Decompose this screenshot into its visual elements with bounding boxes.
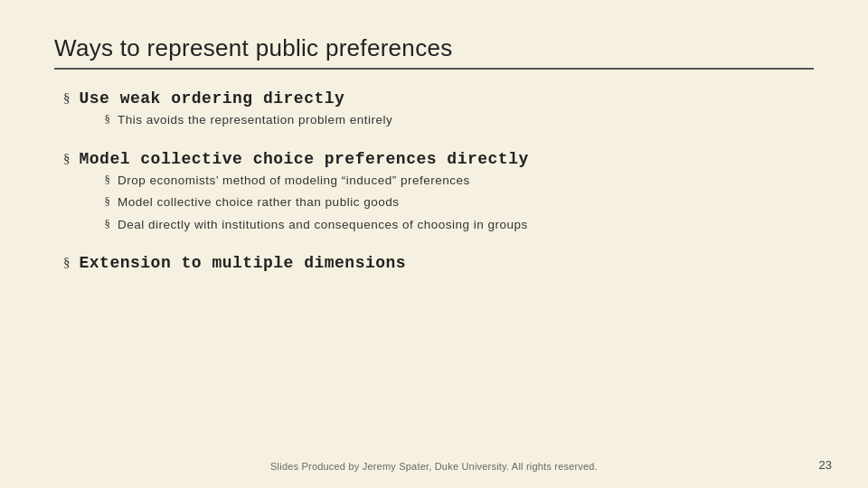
footer-text: Slides Produced by Jeremy Spater, Duke U… — [270, 461, 598, 472]
sub-bullet-marker-2-3: § — [105, 217, 111, 231]
bullet-3-text: Extension to multiple dimensions — [80, 254, 407, 272]
sub-bullet-2-1-text: Drop economists’ method of modeling “ind… — [118, 172, 470, 190]
sub-bullets-1: § This avoids the representation problem… — [80, 111, 393, 129]
bullet-marker-1: § — [63, 90, 71, 106]
content-area: § Use weak ordering directly § This avoi… — [54, 89, 814, 272]
footer: Slides Produced by Jeremy Spater, Duke U… — [0, 461, 868, 472]
bullet-1-content: Use weak ordering directly § This avoids… — [80, 89, 393, 134]
slide-title: Ways to represent public preferences — [54, 34, 814, 62]
title-divider — [54, 68, 814, 70]
page-number: 23 — [819, 458, 832, 472]
sub-bullet-2-2-text: Model collective choice rather than publ… — [118, 193, 399, 211]
bullet-3: § Extension to multiple dimensions — [63, 254, 814, 272]
bullet-marker-2: § — [63, 151, 71, 166]
bullet-2: § Model collective choice preferences di… — [63, 150, 814, 239]
sub-bullet-2-3-text: Deal directly with institutions and cons… — [118, 216, 528, 234]
bullet-marker-3: § — [63, 255, 71, 270]
sub-bullet-marker-2-1: § — [105, 173, 111, 187]
sub-bullet-marker-2-2: § — [105, 194, 111, 209]
sub-bullet-2-3: § Deal directly with institutions and co… — [105, 216, 529, 234]
sub-bullets-2: § Drop economists’ method of modeling “i… — [80, 172, 529, 234]
sub-bullet-2-2: § Model collective choice rather than pu… — [105, 193, 529, 211]
slide: Ways to represent public preferences § U… — [0, 0, 868, 488]
sub-bullet-marker-1-1: § — [105, 112, 111, 127]
bullet-3-content: Extension to multiple dimensions — [80, 254, 407, 272]
sub-bullet-2-1: § Drop economists’ method of modeling “i… — [105, 172, 529, 190]
sub-bullet-1-1: § This avoids the representation problem… — [105, 111, 393, 129]
bullet-2-text: Model collective choice preferences dire… — [80, 150, 529, 168]
bullet-1-text: Use weak ordering directly — [80, 89, 345, 108]
bullet-2-content: Model collective choice preferences dire… — [80, 150, 529, 239]
sub-bullet-1-1-text: This avoids the representation problem e… — [118, 111, 392, 129]
bullet-1: § Use weak ordering directly § This avoi… — [63, 89, 814, 134]
